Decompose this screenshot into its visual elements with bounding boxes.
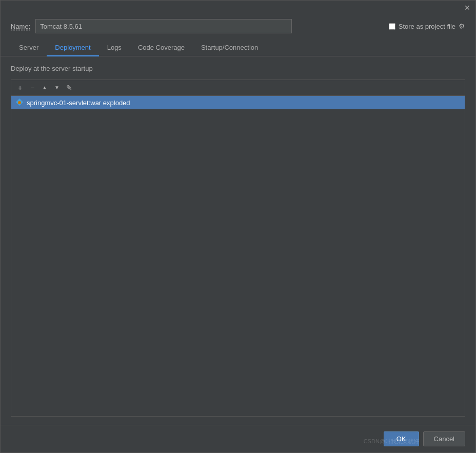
close-button[interactable] [463, 4, 471, 12]
deploy-panel: + − ▲ ▼ ✎ [11, 80, 465, 417]
minus-icon: − [30, 84, 34, 91]
deploy-toolbar: + − ▲ ▼ ✎ [11, 80, 465, 96]
tab-startup-connection[interactable]: Startup/Connection [193, 40, 266, 56]
war-exploded-icon [15, 99, 24, 107]
tab-deployment[interactable]: Deployment [47, 40, 98, 56]
edit-button[interactable]: ✎ [64, 82, 75, 93]
store-project-area: Store as project file [389, 22, 465, 30]
footer-row: OK Cancel [1, 425, 475, 452]
content-area: Deploy at the server startup + − ▲ ▼ ✎ [1, 56, 475, 425]
name-label: Name: [11, 23, 30, 30]
deploy-list: springmvc-01-servlet:war exploded [11, 96, 465, 416]
run-debug-dialog: Name: Store as project file Server Deplo… [0, 0, 476, 453]
remove-button[interactable]: − [27, 82, 38, 93]
deploy-item[interactable]: springmvc-01-servlet:war exploded [11, 96, 465, 109]
title-bar [1, 1, 475, 15]
close-icon [464, 4, 470, 11]
add-button[interactable]: + [14, 82, 26, 93]
store-project-label: Store as project file [399, 23, 455, 30]
tab-code-coverage[interactable]: Code Coverage [130, 40, 193, 56]
store-project-checkbox[interactable] [389, 23, 395, 30]
add-icon: + [18, 84, 22, 91]
ok-button[interactable]: OK [384, 431, 419, 446]
cancel-button[interactable]: Cancel [423, 431, 465, 446]
edit-icon: ✎ [66, 84, 72, 91]
name-input[interactable] [35, 19, 292, 33]
down-icon: ▼ [54, 85, 60, 90]
deploy-item-label: springmvc-01-servlet:war exploded [27, 99, 130, 107]
move-down-button[interactable]: ▼ [51, 82, 63, 93]
gear-icon[interactable] [459, 22, 465, 30]
tabs-bar: Server Deployment Logs Code Coverage Sta… [1, 40, 475, 56]
deploy-section-label: Deploy at the server startup [11, 65, 465, 72]
header-row: Name: Store as project file [1, 15, 475, 40]
move-up-button[interactable]: ▲ [39, 82, 50, 93]
up-icon: ▲ [42, 85, 47, 90]
tab-server[interactable]: Server [11, 40, 47, 56]
tab-logs[interactable]: Logs [99, 40, 130, 56]
